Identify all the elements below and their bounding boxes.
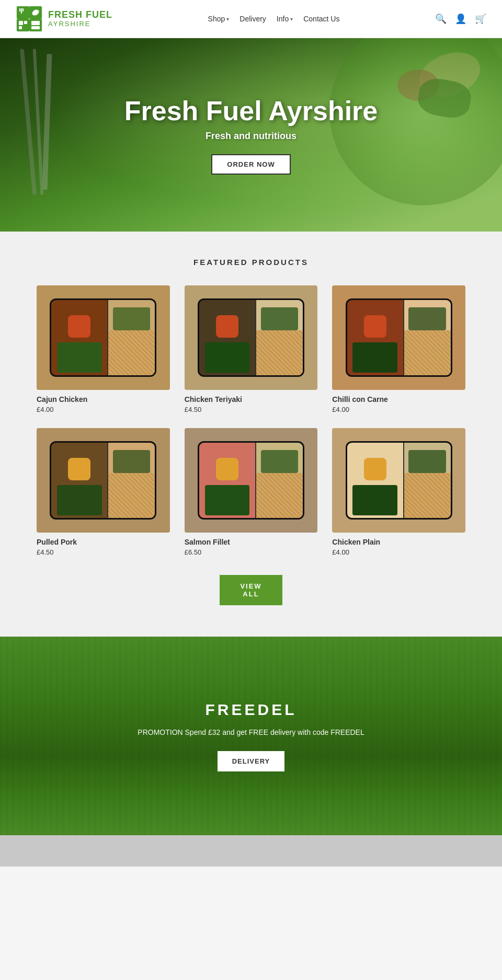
- product-card[interactable]: Cajun Chicken £4.00: [37, 285, 170, 413]
- promo-section: FREEDEL PROMOTION Spend £32 and get FREE…: [0, 637, 502, 835]
- product-image: [37, 285, 170, 390]
- product-image: [37, 428, 170, 533]
- site-footer: [0, 835, 502, 867]
- product-name: Cajun Chicken: [37, 395, 170, 403]
- product-name: Salmon Fillet: [185, 538, 318, 546]
- svg-rect-13: [31, 26, 40, 29]
- cart-icon[interactable]: 🛒: [475, 13, 486, 25]
- order-now-button[interactable]: ORDER NOW: [211, 154, 290, 175]
- products-grid: Cajun Chicken £4.00 Chicken Teriyaki £4.…: [37, 285, 465, 556]
- product-price: £4.00: [332, 548, 465, 556]
- product-price: £4.50: [37, 548, 170, 556]
- product-price: £6.50: [185, 548, 318, 556]
- hero-subtitle: Fresh and nutritious: [124, 131, 378, 142]
- product-name: Pulled Pork: [37, 538, 170, 546]
- header-icon-group: 🔍 👤 🛒: [435, 13, 486, 25]
- promo-title: FREEDEL: [205, 701, 296, 719]
- logo[interactable]: FRESH FUEL AYRSHIRE: [16, 5, 112, 32]
- main-nav: Shop ▾ Delivery Info ▾ Contact Us: [208, 15, 340, 23]
- svg-rect-7: [22, 8, 24, 11]
- svg-rect-3: [17, 19, 29, 31]
- promo-text: PROMOTION Spend £32 and get FREE deliver…: [138, 728, 364, 736]
- product-card[interactable]: Salmon Fillet £6.50: [185, 428, 318, 556]
- search-icon[interactable]: 🔍: [435, 13, 447, 25]
- hero-section: Fresh Fuel Ayrshire Fresh and nutritious…: [0, 38, 502, 232]
- product-name: Chilli con Carne: [332, 395, 465, 403]
- brand-name: FRESH FUEL: [48, 10, 112, 20]
- product-image: [332, 428, 465, 533]
- nav-shop[interactable]: Shop ▾: [208, 15, 230, 23]
- svg-rect-11: [19, 26, 22, 29]
- featured-section: FEATURED PRODUCTS Cajun Chicken £4.00: [0, 232, 502, 637]
- svg-rect-1: [17, 6, 29, 19]
- svg-rect-6: [19, 8, 20, 11]
- product-image: [185, 285, 318, 390]
- shop-chevron-icon: ▾: [226, 16, 229, 22]
- delivery-button[interactable]: DELIVERY: [218, 751, 285, 771]
- account-icon[interactable]: 👤: [455, 13, 466, 25]
- product-image: [185, 428, 318, 533]
- product-price: £4.00: [332, 406, 465, 413]
- product-card[interactable]: Chicken Teriyaki £4.50: [185, 285, 318, 413]
- product-name: Chicken Teriyaki: [185, 395, 318, 403]
- product-name: Chicken Plain: [332, 538, 465, 546]
- product-image: [332, 285, 465, 390]
- view-all-button[interactable]: VIEW ALL: [220, 575, 282, 605]
- svg-rect-10: [24, 21, 27, 24]
- product-card[interactable]: Pulled Pork £4.50: [37, 428, 170, 556]
- site-header: FRESH FUEL AYRSHIRE Shop ▾ Delivery Info…: [0, 0, 502, 38]
- hero-title: Fresh Fuel Ayrshire: [124, 95, 378, 126]
- svg-rect-12: [31, 21, 40, 25]
- product-price: £4.00: [37, 406, 170, 413]
- nav-delivery[interactable]: Delivery: [239, 15, 266, 23]
- svg-rect-5: [21, 8, 22, 14]
- product-card[interactable]: Chilli con Carne £4.00: [332, 285, 465, 413]
- brand-sub: AYRSHIRE: [48, 20, 112, 28]
- nav-contact[interactable]: Contact Us: [303, 15, 339, 23]
- info-chevron-icon: ▾: [290, 16, 293, 22]
- featured-title: FEATURED PRODUCTS: [31, 258, 471, 267]
- hero-content: Fresh Fuel Ayrshire Fresh and nutritious…: [124, 95, 378, 175]
- product-price: £4.50: [185, 406, 318, 413]
- product-card[interactable]: Chicken Plain £4.00: [332, 428, 465, 556]
- svg-rect-9: [19, 21, 23, 25]
- nav-info[interactable]: Info ▾: [277, 15, 293, 23]
